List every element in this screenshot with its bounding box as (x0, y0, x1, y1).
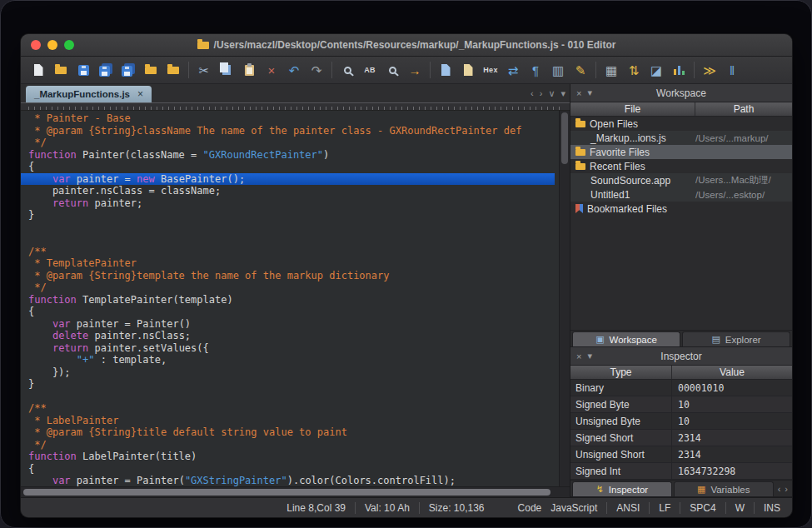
workspace-menu-icon[interactable]: ▾ (587, 87, 592, 98)
tab-list-icon[interactable]: ∨ (548, 89, 555, 98)
workspace-close-icon[interactable]: × (576, 88, 581, 98)
panel-tab-variables[interactable]: ▦Variables (674, 481, 774, 496)
open-folder-button[interactable] (140, 59, 162, 81)
code-line[interactable]: /** (21, 402, 559, 415)
code-line[interactable]: */ (21, 281, 559, 294)
column-header-path[interactable]: Path (695, 102, 792, 116)
scripts-button[interactable] (457, 59, 479, 81)
next-tab-icon[interactable]: › (540, 89, 543, 98)
code-line[interactable]: * TemplatePainter (21, 257, 559, 270)
inspector-row[interactable]: Signed Int1634732298 (570, 463, 792, 480)
goto-button[interactable]: → (404, 59, 426, 81)
base-converter-button[interactable]: ⇅ (623, 59, 645, 81)
inspector-row[interactable]: Unsigned Short2314 (570, 446, 792, 463)
code-line[interactable] (21, 222, 559, 234)
delete-button[interactable]: × (261, 59, 282, 81)
save-button[interactable] (72, 59, 94, 81)
code-line[interactable] (21, 391, 559, 403)
code-line[interactable]: } (21, 378, 559, 391)
scroll-tabs-left-icon[interactable]: ‹ (778, 485, 781, 494)
replace-button[interactable]: AB (359, 59, 381, 81)
code-line[interactable]: * Painter - Base (21, 112, 559, 125)
vertical-scrollbar-thumb[interactable] (561, 112, 568, 164)
code-line[interactable]: */ (21, 439, 559, 451)
status-insert-mode[interactable]: INS (764, 502, 780, 514)
code-line[interactable]: { (21, 161, 559, 173)
inspector-value-cell[interactable]: 2314 (672, 430, 792, 446)
status-indent[interactable]: SPC4 (690, 502, 715, 514)
inspector-row[interactable]: Signed Byte10 (570, 396, 792, 413)
workspace-row[interactable]: SoundSource.app/Users...Mac助理/ (570, 173, 792, 187)
panel-tab-workspace[interactable]: ▣Workspace (572, 331, 680, 346)
status-encoding[interactable]: ANSI (616, 502, 640, 514)
code-line[interactable]: function LabelPainter(title) (21, 451, 559, 463)
edit-pen-button[interactable]: ✎ (570, 59, 591, 81)
paste-button[interactable] (238, 59, 260, 81)
inspector-value-cell[interactable]: 10 (672, 396, 792, 412)
inspector-close-icon[interactable]: × (576, 351, 581, 361)
column-header-value[interactable]: Value (672, 366, 792, 379)
inspector-value-cell[interactable]: 10 (672, 413, 792, 429)
status-wrap[interactable]: W (735, 502, 745, 514)
code-editor[interactable]: * Painter - Base * @param {String}classN… (21, 111, 559, 486)
workspace-row[interactable]: Untitled1/Users/...esktop/ (570, 187, 792, 202)
code-line[interactable]: var painter = Painter() (21, 318, 559, 331)
inspector-value-cell[interactable]: 2314 (672, 446, 792, 462)
code-line[interactable]: }); (21, 366, 559, 379)
status-line-ending[interactable]: LF (659, 502, 670, 514)
inspector-row[interactable]: Binary00001010 (570, 380, 792, 396)
code-line[interactable]: var painter = Painter("GXStringPainter")… (21, 475, 559, 486)
code-line[interactable]: { (21, 463, 559, 476)
templates-button[interactable] (435, 59, 456, 81)
code-line[interactable] (21, 233, 559, 246)
save-all-button[interactable] (117, 59, 139, 81)
open-file-button[interactable] (50, 59, 72, 81)
workspace-row[interactable]: _Markup...ions.js/Users/...markup/ (570, 131, 792, 145)
prev-tab-icon[interactable]: ‹ (531, 89, 534, 98)
code-line[interactable]: painter.nsClass = className; (21, 185, 559, 197)
code-line[interactable]: */ (21, 137, 559, 149)
compare-button[interactable]: ⇄ (502, 59, 524, 81)
copy-button[interactable] (216, 59, 237, 81)
code-line[interactable]: /** (21, 246, 559, 258)
inspector-row[interactable]: Unsigned Byte10 (570, 413, 792, 430)
split-view-icon[interactable]: ▾ (560, 89, 565, 98)
inspector-row[interactable]: Signed Short2314 (570, 430, 792, 446)
code-line[interactable]: function TemplatePainter(template) (21, 294, 559, 306)
horizontal-scrollbar-thumb[interactable] (23, 489, 550, 496)
paragraph-marks-button[interactable]: ¶ (525, 59, 546, 81)
workspace-row[interactable]: Recent Files (570, 159, 792, 173)
code-line[interactable]: function Painter(className = "GXRoundRec… (21, 149, 559, 162)
column-mode-button[interactable]: ▥ (547, 59, 569, 81)
undo-button[interactable]: ↶ (283, 59, 305, 81)
inspector-value-cell[interactable]: 1634732298 (672, 463, 792, 479)
code-line[interactable]: { (21, 306, 559, 318)
code-line[interactable]: var painter = new BasePainter(); (21, 173, 555, 186)
code-line[interactable]: return painter.setValues({ (21, 342, 559, 355)
save-as-button[interactable] (95, 59, 117, 81)
hex-mode-button[interactable]: Hex (480, 59, 501, 81)
panel-tab-explorer[interactable]: ▤Explorer (682, 331, 790, 346)
pause-button[interactable]: ‖ (721, 59, 743, 81)
code-line[interactable]: * @param {String}className The name of t… (21, 125, 559, 137)
code-line[interactable]: return painter; (21, 197, 559, 210)
code-line[interactable]: "+" : template, (21, 354, 559, 366)
new-file-button[interactable] (27, 59, 49, 81)
workspace-row[interactable]: Open Files (570, 117, 792, 131)
panel-tab-inspector[interactable]: ↯Inspector (572, 481, 672, 496)
more-tools-button[interactable]: ≫ (699, 59, 720, 81)
workspace-row[interactable]: Bookmarked Files (570, 202, 792, 216)
horizontal-scrollbar[interactable] (21, 486, 570, 497)
inspector-menu-icon[interactable]: ▾ (587, 351, 592, 361)
code-line[interactable]: } (21, 209, 559, 222)
minimize-button[interactable] (47, 40, 57, 50)
add-favorite-folder-button[interactable] (162, 59, 184, 81)
zoom-button[interactable] (64, 40, 74, 50)
code-line[interactable]: * @param {String}title default string va… (21, 426, 559, 439)
workspace-row[interactable]: Favorite Files (570, 145, 792, 159)
titlebar[interactable]: /Users/maczl/Desktop/Contents/Resources/… (21, 34, 792, 57)
tab-markupfunctions[interactable]: _MarkupFunctions.js × (26, 86, 152, 102)
color-picker-button[interactable]: ◪ (645, 59, 667, 81)
inspector-value-cell[interactable]: 00001010 (672, 380, 792, 396)
cut-button[interactable]: ✂ (193, 59, 215, 81)
